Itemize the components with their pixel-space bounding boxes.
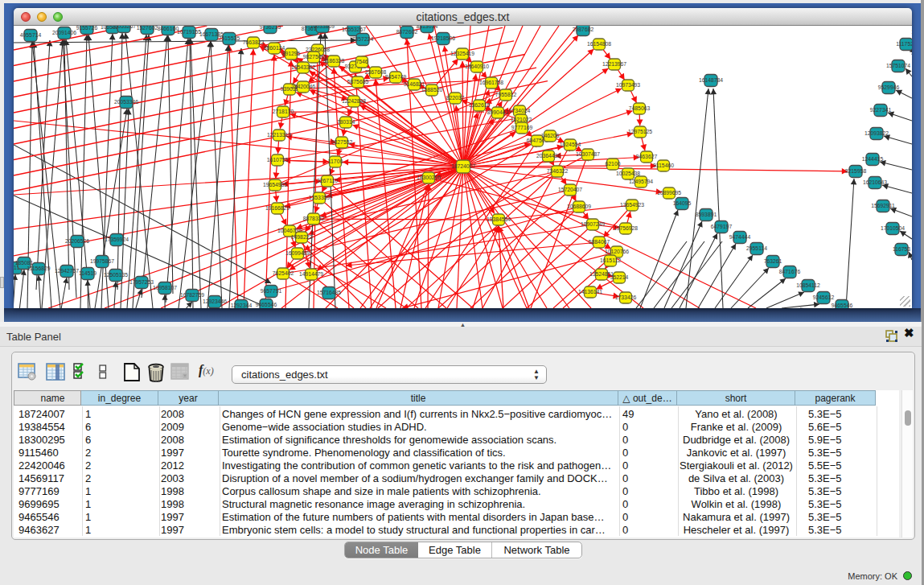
svg-text:13654923: 13654923: [620, 202, 644, 208]
svg-text:10854112: 10854112: [796, 282, 820, 288]
svg-text:7346322: 7346322: [547, 168, 569, 174]
svg-text:10899695: 10899695: [657, 190, 681, 196]
svg-text:1733426: 1733426: [615, 295, 637, 300]
svg-text:9115460: 9115460: [653, 163, 674, 168]
svg-text:10973493: 10973493: [616, 82, 640, 88]
svg-text:1362615: 1362615: [469, 102, 491, 108]
svg-text:7625402: 7625402: [273, 270, 294, 276]
svg-text:1292344: 1292344: [231, 303, 253, 308]
svg-text:7955812: 7955812: [495, 92, 517, 97]
svg-text:17010504: 17010504: [881, 225, 905, 231]
svg-text:15692911: 15692911: [871, 203, 895, 208]
svg-text:3267110: 3267110: [317, 178, 338, 183]
svg-text:8593891: 8593891: [696, 212, 717, 217]
svg-text:7663822: 7663822: [243, 39, 265, 45]
svg-text:9827509: 9827509: [303, 54, 325, 60]
svg-text:5875685: 5875685: [347, 79, 369, 84]
svg-text:12242848: 12242848: [342, 98, 366, 104]
svg-text:18724007: 18724007: [451, 163, 475, 169]
svg-text:62100: 62100: [606, 161, 621, 167]
svg-text:2367608: 2367608: [365, 69, 387, 75]
svg-text:15751074: 15751074: [886, 63, 910, 68]
svg-text:780314: 780314: [337, 119, 355, 125]
svg-text:1117524: 1117524: [896, 41, 912, 47]
svg-text:15716485: 15716485: [317, 290, 341, 295]
svg-text:8466160: 8466160: [158, 26, 179, 31]
svg-text:185081: 185081: [15, 260, 34, 266]
svg-text:7485063: 7485063: [629, 105, 651, 111]
svg-text:7546: 7546: [355, 59, 368, 64]
svg-text:164095: 164095: [673, 200, 692, 206]
svg-text:1588520: 1588520: [421, 87, 443, 93]
svg-text:12505135: 12505135: [104, 272, 128, 278]
svg-text:12213319: 12213319: [267, 132, 291, 138]
svg-text:11156829: 11156829: [27, 266, 50, 271]
svg-text:8471676: 8471676: [779, 269, 801, 274]
svg-text:2718170: 2718170: [273, 109, 294, 114]
svg-text:114519: 114519: [79, 270, 97, 276]
svg-text:20053346: 20053346: [114, 99, 138, 105]
svg-text:20364436: 20364436: [536, 153, 561, 159]
svg-text:9777169: 9777169: [511, 125, 533, 130]
svg-text:8186328: 8186328: [323, 58, 345, 64]
svg-text:10307487: 10307487: [576, 151, 600, 157]
svg-text:20053267: 20053267: [112, 26, 136, 29]
svg-text:16148784: 16148784: [699, 77, 723, 83]
svg-text:19654985: 19654985: [263, 182, 287, 187]
svg-text:9474444: 9474444: [729, 234, 751, 240]
svg-text:8813014: 8813014: [417, 26, 438, 29]
svg-text:10025438: 10025438: [616, 171, 640, 176]
svg-text:12093822: 12093822: [864, 130, 889, 136]
svg-text:5884067: 5884067: [589, 239, 610, 245]
svg-text:12495794: 12495794: [629, 179, 653, 184]
svg-text:2087682: 2087682: [573, 27, 594, 32]
svg-text:16154808: 16154808: [587, 41, 611, 47]
svg-text:14136141: 14136141: [578, 289, 602, 295]
svg-text:10719155: 10719155: [177, 29, 201, 35]
svg-text:12213967: 12213967: [602, 61, 626, 67]
svg-text:16782759: 16782759: [180, 292, 204, 298]
svg-text:9736215: 9736215: [260, 26, 281, 30]
svg-text:10958107: 10958107: [153, 285, 177, 290]
svg-text:8215958: 8215958: [845, 168, 867, 174]
svg-text:6479197: 6479197: [711, 224, 733, 229]
svg-text:1610755: 1610755: [267, 157, 289, 163]
svg-text:1024554: 1024554: [560, 142, 581, 147]
svg-text:11700: 11700: [328, 159, 343, 164]
svg-text:20091406: 20091406: [52, 30, 76, 35]
svg-text:12942757: 12942757: [55, 268, 79, 274]
svg-text:9463627: 9463627: [636, 154, 658, 159]
svg-text:9227341: 9227341: [870, 107, 892, 113]
svg-text:352214: 352214: [610, 274, 629, 280]
svg-text:10553267: 10553267: [342, 27, 366, 32]
svg-text:9827552: 9827552: [331, 139, 353, 145]
svg-text:16961758: 16961758: [479, 80, 503, 85]
svg-text:16543382: 16543382: [291, 64, 315, 70]
svg-text:4055714: 4055714: [20, 32, 42, 38]
svg-text:8860124: 8860124: [264, 45, 285, 51]
svg-text:9155726: 9155726: [76, 26, 98, 31]
svg-text:1498222: 1498222: [291, 234, 313, 240]
svg-text:8454749: 8454749: [385, 74, 407, 80]
svg-text:18640910: 18640910: [465, 64, 489, 69]
svg-text:146206: 146206: [541, 133, 560, 138]
svg-text:16210643: 16210643: [863, 179, 887, 185]
svg-text:116753: 116753: [893, 246, 910, 252]
svg-text:12975125: 12975125: [628, 129, 652, 134]
svg-text:9657791: 9657791: [261, 288, 282, 294]
svg-text:8672602: 8672602: [396, 29, 418, 35]
svg-text:18907249: 18907249: [581, 221, 605, 227]
svg-text:7515535: 7515535: [219, 35, 240, 41]
svg-text:1615112: 1615112: [600, 257, 621, 263]
svg-text:111752: 111752: [911, 29, 912, 35]
svg-text:23420046: 23420046: [291, 84, 315, 89]
svg-text:1621022: 1621022: [511, 117, 532, 122]
svg-text:19218506: 19218506: [431, 35, 455, 41]
svg-text:9245612: 9245612: [813, 295, 835, 300]
svg-text:9146821: 9146821: [404, 81, 425, 87]
svg-text:8878332: 8878332: [303, 216, 325, 221]
svg-text:9465546: 9465546: [256, 302, 277, 307]
svg-text:6734024: 6734024: [509, 108, 531, 113]
svg-text:822037: 822037: [446, 95, 465, 101]
svg-text:19384554: 19384554: [487, 216, 511, 222]
